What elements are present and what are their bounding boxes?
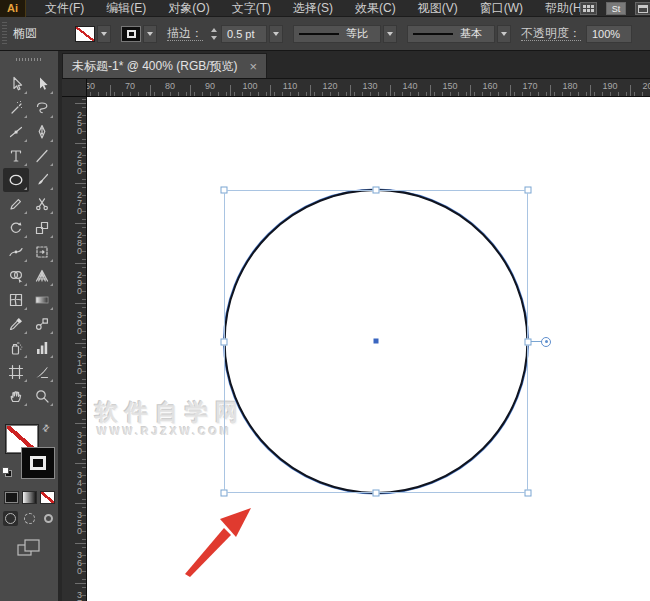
fill-color-swatch[interactable] — [75, 26, 95, 42]
blend-tool[interactable] — [29, 312, 55, 336]
gradient-tool[interactable] — [29, 288, 55, 312]
hruler-label: 200 — [642, 81, 650, 91]
width-profile-select[interactable]: 等比 — [293, 25, 381, 43]
document-column: 未标题-1* @ 400% (RGB/预览) × 607080901001101… — [62, 51, 650, 601]
handle-bottom-center[interactable] — [373, 490, 380, 497]
gradient-button[interactable] — [22, 491, 37, 504]
vruler-label: 2 5 0 — [77, 111, 82, 135]
hruler-label: 100 — [242, 81, 257, 91]
fill-dropdown-button[interactable] — [97, 25, 111, 43]
menu-item-1[interactable]: 编辑(E) — [95, 0, 157, 17]
app-logo: Ai — [0, 0, 26, 17]
scale-tool[interactable] — [29, 216, 55, 240]
menu-item-7[interactable]: 窗口(W) — [469, 0, 534, 17]
lasso-tool[interactable] — [29, 96, 55, 120]
hruler-label: 60 — [87, 81, 95, 91]
stroke-weight-label[interactable]: 描边： — [167, 25, 203, 42]
ellipse-icon — [8, 172, 24, 188]
menu-item-2[interactable]: 对象(O) — [157, 0, 220, 17]
bridge-button[interactable] — [580, 2, 597, 15]
live-shape-widget[interactable] — [541, 337, 551, 347]
opacity-input[interactable]: 100% — [586, 25, 632, 43]
free-transform-tool[interactable] — [29, 240, 55, 264]
close-icon[interactable]: × — [250, 60, 258, 73]
workspace-layout-button[interactable] — [635, 2, 650, 15]
handle-middle-left[interactable] — [221, 338, 228, 345]
brush-definition-dropdown[interactable] — [497, 25, 511, 43]
stroke-swatch[interactable] — [21, 447, 55, 479]
layout-icon — [638, 5, 648, 13]
illustrator-window: Ai 文件(F)编辑(E)对象(O)文字(T)选择(S)效果(C)视图(V)窗口… — [0, 0, 650, 601]
tool-grid — [3, 72, 55, 408]
stroke-color-swatch[interactable] — [121, 26, 141, 42]
pencil-tool[interactable] — [3, 192, 29, 216]
slice-tool[interactable] — [29, 360, 55, 384]
ruler-corner[interactable] — [62, 79, 87, 97]
hruler-label: 110 — [283, 81, 297, 91]
color-button[interactable] — [4, 491, 19, 504]
handle-top-center[interactable] — [373, 187, 380, 194]
zoom-tool[interactable] — [29, 384, 55, 408]
anchor-point-icon — [8, 124, 24, 140]
perspective-grid-tool[interactable] — [29, 264, 55, 288]
selection-tool[interactable] — [29, 72, 55, 96]
symbol-sprayer-tool[interactable] — [3, 336, 29, 360]
menu-item-5[interactable]: 效果(C) — [344, 0, 407, 17]
mesh-tool[interactable] — [3, 288, 29, 312]
brush-definition-select[interactable]: 基本 — [407, 25, 495, 43]
panel-drag-handle[interactable] — [16, 58, 42, 61]
anchor-point-tool[interactable] — [3, 120, 29, 144]
document-tab[interactable]: 未标题-1* @ 400% (RGB/预览) × — [62, 53, 267, 78]
magic-wand-tool[interactable] — [3, 96, 29, 120]
width-tool[interactable] — [3, 240, 29, 264]
shape-builder-tool[interactable] — [3, 264, 29, 288]
stroke-weight-input[interactable]: 0.5 pt — [221, 25, 267, 43]
shape-center-point[interactable] — [374, 339, 379, 344]
default-fill-stroke-icon[interactable] — [2, 467, 14, 479]
opacity-label[interactable]: 不透明度： — [521, 25, 581, 42]
artboard-canvas[interactable]: 软件自学网 WWW.RJZXW.COM — [87, 97, 650, 601]
handle-top-left[interactable] — [221, 187, 228, 194]
vruler-label: 3 2 0 — [77, 391, 82, 415]
swap-fill-stroke-icon[interactable]: ⇄ — [40, 422, 52, 434]
mesh-icon — [8, 292, 24, 308]
handle-bottom-right[interactable] — [525, 490, 532, 497]
scissors-tool[interactable] — [29, 192, 55, 216]
watermark-url: WWW.RJZXW.COM — [97, 425, 232, 437]
menu-item-4[interactable]: 选择(S) — [282, 0, 344, 17]
menu-item-6[interactable]: 视图(V) — [407, 0, 469, 17]
stroke-weight-dropdown[interactable] — [269, 25, 283, 43]
stroke-weight-stepper[interactable] — [208, 26, 219, 42]
artboard-tool[interactable] — [3, 360, 29, 384]
type-tool[interactable] — [3, 144, 29, 168]
column-graph-tool[interactable] — [29, 336, 55, 360]
menu-item-3[interactable]: 文字(T) — [221, 0, 282, 17]
horizontal-ruler[interactable]: 6070809010011012013014015016017018019020… — [87, 79, 650, 97]
stepper-down-icon[interactable] — [208, 34, 219, 42]
line-segment-tool[interactable] — [29, 144, 55, 168]
control-bar-grip[interactable] — [2, 22, 7, 46]
screen-mode-button[interactable] — [16, 538, 42, 562]
hruler-label: 150 — [442, 81, 457, 91]
handle-bottom-left[interactable] — [221, 490, 228, 497]
rotate-tool[interactable] — [3, 216, 29, 240]
stroke-dropdown-button[interactable] — [143, 25, 157, 43]
none-button[interactable] — [40, 491, 55, 504]
draw-normal-button[interactable] — [3, 511, 18, 526]
grid-icon — [583, 5, 594, 12]
draw-behind-button[interactable] — [22, 511, 37, 526]
width-profile-dropdown[interactable] — [383, 25, 397, 43]
style-button[interactable]: St — [606, 2, 626, 15]
hand-tool[interactable] — [3, 384, 29, 408]
draw-inside-button[interactable] — [41, 511, 56, 526]
pen-tool[interactable] — [29, 120, 55, 144]
paintbrush-tool[interactable] — [29, 168, 55, 192]
stepper-up-icon[interactable] — [208, 26, 219, 34]
direct-selection-tool[interactable] — [3, 72, 29, 96]
menu-item-0[interactable]: 文件(F) — [34, 0, 95, 17]
vertical-ruler[interactable]: 2 4 02 5 02 6 02 7 02 8 02 9 03 0 03 1 0… — [62, 97, 87, 601]
eyedropper-tool[interactable] — [3, 312, 29, 336]
ellipse-tool[interactable] — [3, 168, 29, 192]
handle-top-right[interactable] — [525, 187, 532, 194]
zoom-icon — [34, 388, 50, 404]
